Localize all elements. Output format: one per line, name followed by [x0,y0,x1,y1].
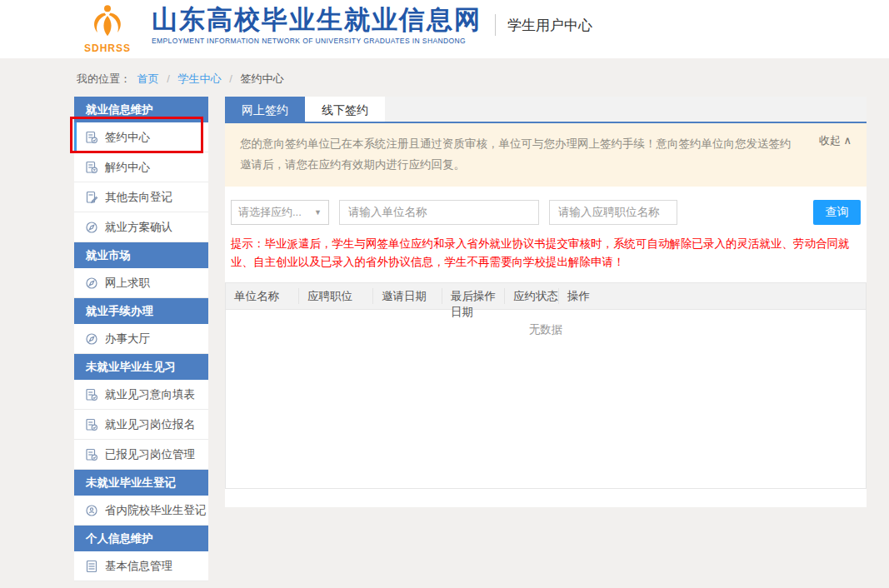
doc-check-icon [85,388,98,401]
sidebar-section-employment-procedures[interactable]: 就业手续办理 [74,298,208,324]
col-invite-date: 邀请日期 [373,288,442,304]
table-empty-state: 无数据 [225,310,867,489]
sidebar-item-online-job-search[interactable]: 网上求职 [74,268,208,298]
sidebar-section-employment-info[interactable]: 就业信息维护 [74,97,208,122]
sidebar-item-other-destination-register[interactable]: 其他去向登记 [74,182,208,212]
sidebar-item-label: 就业方案确认 [105,220,172,235]
site-title: 山东高校毕业生就业信息网 [152,6,482,34]
compass-icon [85,332,98,346]
sidebar-item-applied-internship-manage[interactable]: 已报见习岗位管理 [74,440,208,470]
doc-cross-icon [85,161,98,174]
sidebar-section-personal-info[interactable]: 个人信息维护 [74,526,208,551]
sidebar-nav: 就业信息维护 签约中心 解约中心 [74,97,208,581]
col-company-name: 单位名称 [226,288,299,304]
doc-check-icon [85,418,98,431]
sidebar-item-label: 就业见习岗位报名 [105,417,195,432]
sidebar-item-label: 就业见习意向填表 [105,387,195,402]
compass-icon [85,277,98,290]
sidebar-item-signing-center[interactable]: 签约中心 [74,122,208,152]
tab-offline-signing[interactable]: 线下签约 [305,97,385,122]
site-subtitle: EMPLOYMENT INFORMATION NETWORK OF UNIVER… [152,37,482,45]
site-header: SDHRSS 山东高校毕业生就业信息网 EMPLOYMENT INFORMATI… [0,0,889,58]
position-name-input[interactable] [549,200,677,225]
sidebar-section-unemployed-register[interactable]: 未就业毕业生登记 [74,470,208,496]
sidebar-item-label: 签约中心 [105,130,150,145]
col-actions: 操作 [559,288,866,304]
sidebar-item-province-graduate-register[interactable]: 省内院校毕业生登记 [74,496,208,526]
brand-logo-icon [88,4,127,41]
breadcrumb-separator: / [229,72,232,85]
col-position: 应聘职位 [299,288,373,304]
notice-banner: 您的意向签约单位已在本系统注册且通过资质审核，单位可与您办理网上签约手续！意向签… [225,123,867,187]
sidebar-item-employment-plan-confirm[interactable]: 就业方案确认 [74,212,208,242]
sidebar-item-label: 网上求职 [105,276,150,291]
collapse-link[interactable]: 收起 ∧ [819,131,852,151]
sidebar-section-internship[interactable]: 未就业毕业生见习 [74,354,208,380]
notice-text: 您的意向签约单位已在本系统注册且通过资质审核，单位可与您办理网上签约手续！意向签… [240,137,792,171]
select-placeholder: 请选择应约... [238,205,302,220]
sidebar-item-termination-center[interactable]: 解约中心 [74,152,208,182]
company-name-input[interactable] [339,200,539,225]
signing-center-panel: 网上签约 线下签约 您的意向签约单位已在本系统注册且通过资质审核，单位可与您办理… [225,97,867,507]
col-last-operation-date: 最后操作日期 [442,288,505,304]
breadcrumb-separator: / [167,72,170,85]
warning-tip: 提示：毕业派遣后，学生与网签单位应约和录入省外就业协议书提交审核时，系统可自动解… [231,235,861,272]
col-response-status: 应约状态 [505,288,559,304]
sidebar-item-internship-intention-form[interactable]: 就业见习意向填表 [74,380,208,410]
table-header-row: 单位名称 应聘职位 邀请日期 最后操作日期 应约状态 操作 [225,282,867,310]
doc-lines-icon [85,560,98,573]
sidebar-item-basic-info-manage[interactable]: 基本信息管理 [74,551,208,581]
doc-check-icon [85,448,98,461]
header-divider [495,14,496,36]
filter-row: 请选择应约... ▼ 查询 [225,200,867,225]
tab-online-signing[interactable]: 网上签约 [225,97,305,122]
response-status-select[interactable]: 请选择应约... ▼ [231,200,329,225]
breadcrumb-current: 签约中心 [240,72,283,85]
chevron-down-icon: ▼ [314,208,322,217]
logo-acronym: SDHRSS [84,42,131,54]
breadcrumb-label: 我的位置： [77,72,131,85]
breadcrumb: 我的位置： 首页 / 学生中心 / 签约中心 [0,58,889,97]
doc-pencil-icon [85,191,98,204]
sidebar-item-internship-post-apply[interactable]: 就业见习岗位报名 [74,410,208,440]
breadcrumb-link-student-center[interactable]: 学生中心 [178,72,222,85]
sidebar-item-service-hall[interactable]: 办事大厅 [74,324,208,354]
sidebar-item-label: 解约中心 [105,160,150,175]
sidebar-item-label: 基本信息管理 [105,559,172,574]
sidebar-item-label: 办事大厅 [105,331,150,346]
doc-check-icon [85,131,98,144]
portal-name: 学生用户中心 [507,16,592,35]
search-button[interactable]: 查询 [813,200,861,225]
breadcrumb-link-home[interactable]: 首页 [137,72,159,85]
sidebar-item-label: 已报见习岗位管理 [105,447,195,462]
invitation-table: 单位名称 应聘职位 邀请日期 最后操作日期 应约状态 操作 无数据 [225,282,867,489]
compass-icon [85,221,98,234]
site-title-block: 山东高校毕业生就业信息网 EMPLOYMENT INFORMATION NETW… [152,4,482,45]
person-icon [85,504,98,517]
sidebar-section-job-market[interactable]: 就业市场 [74,242,208,268]
sidebar-item-label: 其他去向登记 [105,190,172,205]
signing-tabs: 网上签约 线下签约 [225,97,867,123]
sidebar-item-label: 省内院校毕业生登记 [105,503,207,518]
site-logo: SDHRSS [75,4,140,54]
